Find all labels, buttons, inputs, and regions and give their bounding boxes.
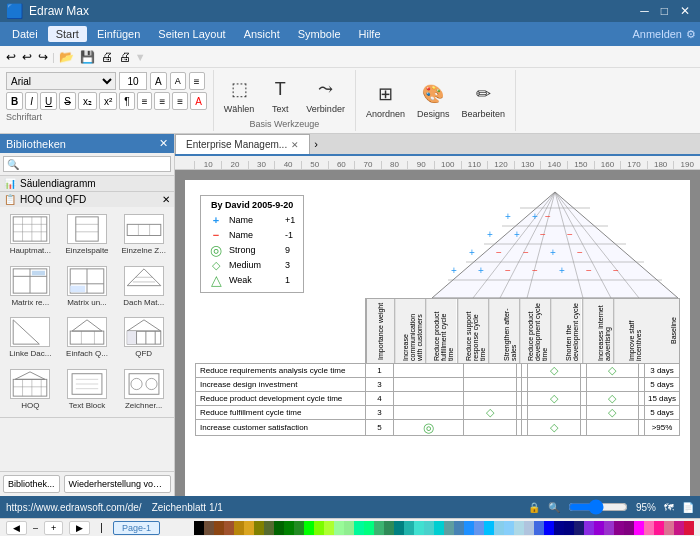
font-size-input[interactable] — [119, 72, 147, 90]
font-size-increase[interactable]: A — [150, 72, 167, 90]
color-swatch[interactable] — [464, 521, 474, 535]
add-page-btn[interactable]: + — [44, 521, 63, 535]
shape-qfd[interactable]: QFD — [117, 314, 170, 362]
search-input[interactable] — [3, 156, 171, 172]
qa-save[interactable]: 💾 — [78, 49, 97, 65]
font-size-decrease[interactable]: A — [170, 72, 186, 90]
lib-section-hoq-header[interactable]: 📋 HOQ und QFD ✕ — [0, 192, 174, 207]
color-swatch[interactable] — [324, 521, 334, 535]
color-swatch[interactable] — [214, 521, 224, 535]
shape-linke-dac[interactable]: Linke Dac... — [4, 314, 57, 362]
strikethrough-button[interactable]: S — [59, 92, 76, 110]
sidebar-collapse-icon[interactable]: ✕ — [159, 137, 168, 150]
shape-einzelspalte[interactable]: Einzelspalte — [61, 211, 114, 259]
color-swatch[interactable] — [634, 521, 644, 535]
color-swatch[interactable] — [204, 521, 214, 535]
minimize-button[interactable]: ─ — [636, 4, 653, 18]
arrange-btn[interactable]: ⊞ Anordnen — [362, 78, 409, 121]
shape-matrix-u[interactable]: Matrix un... — [61, 263, 114, 311]
connector-tool-btn[interactable]: ⤳ Verbinder — [302, 73, 349, 116]
italic-button[interactable]: I — [25, 92, 38, 110]
color-swatch[interactable] — [524, 521, 534, 535]
color-swatch[interactable] — [234, 521, 244, 535]
maximize-button[interactable]: □ — [657, 4, 672, 18]
color-swatch[interactable] — [344, 521, 354, 535]
color-swatch[interactable] — [314, 521, 324, 535]
font-color[interactable]: A — [190, 92, 207, 110]
shape-hauptmat[interactable]: Hauptmat... — [4, 211, 57, 259]
color-swatch[interactable] — [264, 521, 274, 535]
edit-btn[interactable]: ✏ Bearbeiten — [457, 78, 509, 121]
color-swatch[interactable] — [434, 521, 444, 535]
shape-einzelzeile[interactable]: Einzelne Z... — [117, 211, 170, 259]
page-next-btn[interactable]: ▶ — [69, 521, 90, 535]
tab-close-icon[interactable]: ✕ — [291, 140, 299, 150]
shape-einfach-q[interactable]: Einfach Q... — [61, 314, 114, 362]
menu-symbole[interactable]: Symbole — [290, 26, 349, 42]
tab-scroll-right[interactable]: › — [310, 138, 322, 150]
color-swatch[interactable] — [254, 521, 264, 535]
page-prev-btn[interactable]: ◀ — [6, 521, 27, 535]
color-swatch[interactable] — [384, 521, 394, 535]
color-swatch[interactable] — [534, 521, 544, 535]
qa-print[interactable]: 🖨 — [99, 49, 115, 65]
color-swatch[interactable] — [624, 521, 634, 535]
shape-zeichner[interactable]: Zeichner... — [117, 366, 170, 414]
align-right[interactable]: ≡ — [172, 92, 188, 110]
qa-undo2[interactable]: ↩ — [20, 49, 34, 65]
menu-datei[interactable]: Datei — [4, 26, 46, 42]
font-family-select[interactable]: Arial — [6, 72, 116, 90]
color-swatch[interactable] — [664, 521, 674, 535]
color-swatch[interactable] — [394, 521, 404, 535]
zoom-slider[interactable] — [568, 501, 628, 513]
color-swatch[interactable] — [194, 521, 204, 535]
align-left[interactable]: ≡ — [137, 92, 153, 110]
title-bar-controls[interactable]: ─ □ ✕ — [636, 4, 694, 18]
close-button[interactable]: ✕ — [676, 4, 694, 18]
color-swatch[interactable] — [604, 521, 614, 535]
color-swatch[interactable] — [644, 521, 654, 535]
menu-hilfe[interactable]: Hilfe — [351, 26, 389, 42]
color-swatch[interactable] — [414, 521, 424, 535]
color-swatch[interactable] — [424, 521, 434, 535]
qa-undo[interactable]: ↩ — [4, 49, 18, 65]
bold-button[interactable]: B — [6, 92, 23, 110]
color-swatch[interactable] — [364, 521, 374, 535]
color-swatch[interactable] — [554, 521, 564, 535]
color-swatch[interactable] — [544, 521, 554, 535]
color-swatch[interactable] — [564, 521, 574, 535]
color-swatch[interactable] — [674, 521, 684, 535]
color-swatch[interactable] — [454, 521, 464, 535]
color-swatch[interactable] — [274, 521, 284, 535]
menu-start[interactable]: Start — [48, 26, 87, 42]
color-swatch[interactable] — [484, 521, 494, 535]
color-swatch[interactable] — [654, 521, 664, 535]
canvas-tab-main[interactable]: Enterprise Managem... ✕ — [175, 134, 310, 154]
designs-btn[interactable]: 🎨 Designs — [413, 78, 454, 121]
color-swatch[interactable] — [514, 521, 524, 535]
color-swatch[interactable] — [244, 521, 254, 535]
color-swatch[interactable] — [684, 521, 694, 535]
color-swatch[interactable] — [474, 521, 484, 535]
color-swatch[interactable] — [284, 521, 294, 535]
align-center[interactable]: ≡ — [154, 92, 170, 110]
text-tool-btn[interactable]: T Text — [262, 73, 298, 116]
color-swatch[interactable] — [404, 521, 414, 535]
superscript-button[interactable]: x² — [99, 92, 117, 110]
color-swatch[interactable] — [354, 521, 364, 535]
shape-matrix-r[interactable]: Matrix re... — [4, 263, 57, 311]
color-swatch[interactable] — [304, 521, 314, 535]
list-button[interactable]: ¶ — [119, 92, 134, 110]
color-swatch[interactable] — [294, 521, 304, 535]
restore-btn[interactable]: Wiederherstellung von D... — [64, 475, 171, 493]
shape-hoq[interactable]: HOQ — [4, 366, 57, 414]
menu-ansicht[interactable]: Ansicht — [236, 26, 288, 42]
underline-button[interactable]: U — [40, 92, 57, 110]
menu-einfuegen[interactable]: Einfügen — [89, 26, 148, 42]
select-tool-btn[interactable]: ⬚ Wählen — [220, 73, 259, 116]
color-swatch[interactable] — [444, 521, 454, 535]
canvas-scroll[interactable]: + + − + + − − + − − + − + — [175, 170, 700, 496]
color-swatch[interactable] — [374, 521, 384, 535]
color-swatch[interactable] — [574, 521, 584, 535]
font-align-btn[interactable]: ≡ — [189, 72, 205, 90]
